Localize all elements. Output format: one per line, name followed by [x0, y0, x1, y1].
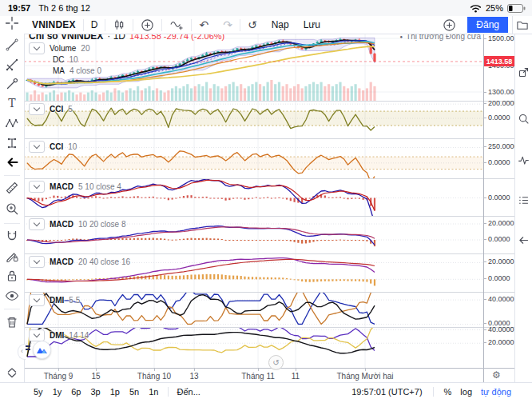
indicators-pulse-icon[interactable] [518, 154, 530, 166]
dmi-14-plot[interactable] [24, 328, 483, 369]
ruler-tool[interactable] [5, 181, 19, 195]
arrow-tool[interactable] [5, 155, 19, 170]
dc-label: DC [53, 55, 64, 64]
pane-dmi-5 [24, 292, 514, 328]
legend-macd-10-20: MACD 10 20 close 8 [29, 218, 126, 230]
legend-cci5: CCI 5 [29, 103, 73, 115]
right-toolbar [514, 34, 532, 382]
drawing-mode-tool[interactable] [5, 249, 19, 263]
indicators-button[interactable] [162, 16, 191, 34]
add-alert-button[interactable] [435, 16, 463, 34]
clock[interactable]: 19:57:01 (UTC+7) [351, 387, 422, 397]
range-button-3p[interactable]: 3p [91, 387, 101, 397]
compare-button[interactable] [133, 16, 161, 34]
range-button-1p[interactable]: 1p [110, 387, 120, 397]
range-button-1y[interactable]: 1y [53, 387, 62, 397]
panel-collapse-handle[interactable]: ‹ [18, 344, 26, 360]
dmi-5-plot[interactable] [24, 293, 483, 328]
time-axis-label: Tháng 10 [137, 372, 171, 381]
time-axis-label: 11 [292, 372, 300, 381]
share-icon[interactable] [518, 66, 530, 78]
interval-button[interactable]: D [84, 16, 105, 34]
collapse-pane-chevron[interactable] [29, 329, 45, 341]
legend-dmi-14: DMI 14 14 [29, 329, 89, 341]
axis-tick-label: 20.0000 [488, 338, 514, 346]
xabcd-pattern-tool[interactable] [5, 116, 19, 130]
time-axis-label: Tháng Mười hai [336, 372, 393, 381]
auto-scale-button[interactable]: tự động [481, 387, 511, 397]
reset-chart-button[interactable]: ↺ [268, 355, 284, 370]
search-icon[interactable] [518, 113, 530, 125]
forecast-tool[interactable] [5, 136, 19, 150]
axis-tick-label: 20.0000 [488, 219, 514, 227]
range-button-5n[interactable]: 5n [129, 387, 139, 397]
axis-tick-label: 1300.00 [488, 88, 514, 96]
axis-tick-label: 40.0000 [488, 295, 514, 303]
text-tool[interactable]: T [5, 96, 19, 110]
time-axis-label: Tháng 9 [44, 372, 73, 381]
axis-tick-label: 0.0000 [488, 235, 510, 243]
axis-tick-label: 0.0000 [488, 194, 510, 201]
axis-divider [483, 369, 484, 383]
axis-tick-label: 40.0000 [488, 325, 514, 333]
log-scale-button[interactable]: log [460, 387, 472, 397]
plus-circle-icon [443, 18, 456, 32]
gann-fib-tool[interactable] [5, 58, 19, 72]
trend-line-tool[interactable] [5, 38, 19, 52]
app-window: 19:57 Th 2 6 thg 12 25% VNINDEX D [0, 0, 532, 399]
watchlist-icon[interactable] [518, 194, 530, 206]
goto-date-button[interactable]: Đến... [177, 387, 200, 397]
axis-tick-label: 250.0000 [488, 142, 518, 150]
layouts-folder-button[interactable] [512, 16, 532, 34]
bottom-toolbar: 5y1y6p3p1p5n1n Đến... 19:57:01 (UTC+7) %… [0, 382, 532, 399]
folder-icon [516, 19, 529, 30]
range-button-1n[interactable]: 1n [149, 387, 158, 397]
save-layout-button[interactable]: Lưu [296, 16, 328, 34]
collapse-pane-chevron[interactable] [29, 103, 45, 115]
crosshair-tool[interactable] [5, 16, 19, 30]
axis-settings-gear-icon[interactable]: ⚙ [492, 369, 501, 381]
hide-drawings-tool[interactable] [5, 289, 19, 303]
brush-tool[interactable] [5, 77, 19, 91]
zoom-in-tool[interactable] [5, 201, 19, 216]
axis-tick-label: 1500.00 [488, 34, 514, 42]
cci5-plot[interactable] [24, 102, 483, 139]
collapse-panel-arrow-icon[interactable] [518, 234, 530, 246]
collapse-pane-chevron[interactable] [29, 218, 45, 230]
magnet-tool[interactable] [5, 229, 19, 243]
undo-button[interactable]: ↶ [192, 16, 216, 34]
plus-circle-icon [141, 18, 154, 32]
legend-cci10: CCI 10 [29, 141, 77, 153]
collapse-pane-chevron[interactable] [29, 256, 45, 268]
status-bar: 19:57 Th 2 6 thg 12 25% [0, 0, 532, 16]
candlestick-icon [113, 18, 125, 31]
collapse-toolbar-icon[interactable] [5, 365, 19, 380]
range-button-6p[interactable]: 6p [71, 387, 81, 397]
chart-style-button[interactable] [105, 16, 133, 34]
time-axis[interactable]: ⚙ Tháng 915Tháng 1013Tháng 1111Tháng Mườ… [24, 368, 514, 383]
wifi-icon [470, 4, 482, 13]
legend-dc: DC 10 [53, 55, 78, 64]
axis-tick-label: 0.0000 [488, 114, 510, 122]
collapse-pane-chevron[interactable] [29, 294, 45, 306]
load-layout-button[interactable]: Nạp [264, 16, 296, 34]
legend-macd-20-40: MACD 20 40 close 16 [29, 256, 130, 268]
symbol-button[interactable]: VNINDEX [24, 16, 83, 34]
percent-scale-button[interactable]: % [444, 387, 452, 397]
reload-button[interactable]: ↺ [240, 16, 264, 34]
redo-button[interactable]: ↷ [216, 16, 240, 34]
battery-percent: 25% [486, 3, 503, 13]
price-axis[interactable]: 1413.58 1500.001400.001300.00200.00000.0… [483, 34, 515, 368]
cci10-plot[interactable] [24, 139, 483, 179]
ma-label: MA [53, 66, 65, 75]
lock-drawings-tool[interactable] [5, 269, 19, 283]
tradingview-logo[interactable] [33, 341, 51, 359]
collapse-pane-chevron[interactable] [29, 181, 45, 193]
publish-button[interactable]: Đăng [467, 17, 508, 33]
range-button-5y[interactable]: 5y [34, 387, 43, 397]
time-axis-label: 13 [189, 372, 198, 381]
remove-drawings-tool[interactable] [5, 315, 19, 329]
collapse-pane-chevron[interactable] [29, 141, 45, 153]
battery-icon [507, 4, 526, 13]
collapse-pane-chevron[interactable] [29, 42, 45, 54]
